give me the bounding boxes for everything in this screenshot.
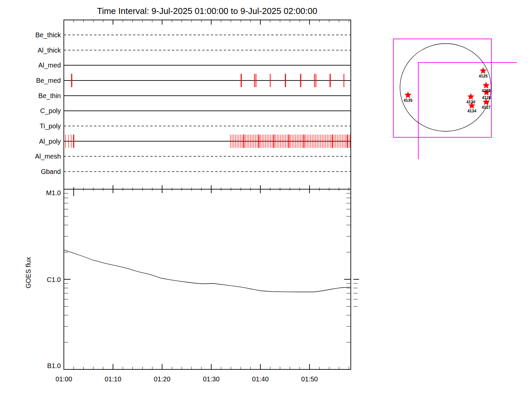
- solar-timeline-page: Time Interval: 9-Jul-2025 01:00:00 to 9-…: [0, 0, 532, 399]
- active-region-stars: [405, 67, 490, 109]
- goes-axes: [64, 189, 359, 369]
- active-region-label: 4125: [479, 74, 488, 78]
- filter-row-label: Al_mesh: [35, 153, 61, 160]
- x-tick-label: 01:50: [301, 375, 318, 383]
- filter-row-label: Al_med: [38, 62, 61, 69]
- active-region-label: 4129: [482, 88, 491, 93]
- solar-limb-circle: [400, 44, 491, 131]
- filter-row-label: Al_poly: [39, 138, 61, 145]
- filter-row-label: C_poly: [40, 107, 61, 115]
- filter-row-label: Be_thick: [35, 31, 61, 39]
- goes-flux-curve: [64, 250, 350, 292]
- y-tick-label: M1.0: [46, 189, 61, 197]
- plot-canvas: Time Interval: 9-Jul-2025 01:00:00 to 9-…: [0, 0, 532, 399]
- filter-row-label: Gband: [41, 168, 61, 175]
- y-tick-label: B1.0: [47, 362, 61, 369]
- active-region-star: [480, 67, 487, 74]
- active-region-label: 4130: [466, 100, 475, 104]
- x-tick-label: 01:00: [56, 375, 72, 383]
- active-region-labels: 4125412941284127413041344135: [404, 74, 491, 113]
- active-region-label: 4127: [482, 105, 491, 110]
- y-tick-label: C1.0: [47, 276, 61, 283]
- active-region-star: [405, 91, 412, 98]
- x-tick-label: 01:30: [203, 375, 219, 383]
- active-region-label: 4134: [467, 109, 476, 113]
- x-tick-label: 01:40: [252, 375, 269, 383]
- filter-panel-time-ticks: [64, 20, 349, 196]
- active-region-label: 4135: [404, 98, 413, 103]
- filter-panel-border: [64, 20, 351, 189]
- goes-panel-border: [64, 189, 351, 369]
- goes-y-axis-title: GOES flux: [25, 257, 32, 288]
- active-region-label: 4128: [482, 95, 491, 100]
- page-title: Time Interval: 9-Jul-2025 01:00:00 to 9-…: [97, 6, 317, 16]
- filter-row-label: Be_thin: [38, 92, 61, 100]
- x-axis-labels: 01:0001:1001:2001:3001:4001:50: [56, 375, 318, 383]
- filter-row-label: Be_med: [36, 77, 61, 84]
- y-axis-labels: M1.0C1.0B1.0: [46, 189, 61, 369]
- solar-disk-panel: 4125412941284127413041344135: [393, 39, 517, 159]
- goes-flux-panel: GOES flux 01:0001:1001:2001:3001:4001:50…: [25, 189, 359, 383]
- active-region-star: [467, 93, 474, 100]
- filter-row-label: Ti_poly: [40, 122, 61, 130]
- filter-row-label: Al_thick: [38, 47, 61, 54]
- x-tick-label: 01:10: [105, 375, 121, 383]
- x-tick-label: 01:20: [154, 375, 171, 383]
- fov-box-outer: [393, 39, 491, 137]
- filter-rows: Be_thickAl_thickAl_medBe_medBe_thinC_pol…: [35, 31, 351, 175]
- filter-panel: Be_thickAl_thickAl_medBe_medBe_thinC_pol…: [35, 20, 351, 196]
- active-region-star: [483, 82, 490, 88]
